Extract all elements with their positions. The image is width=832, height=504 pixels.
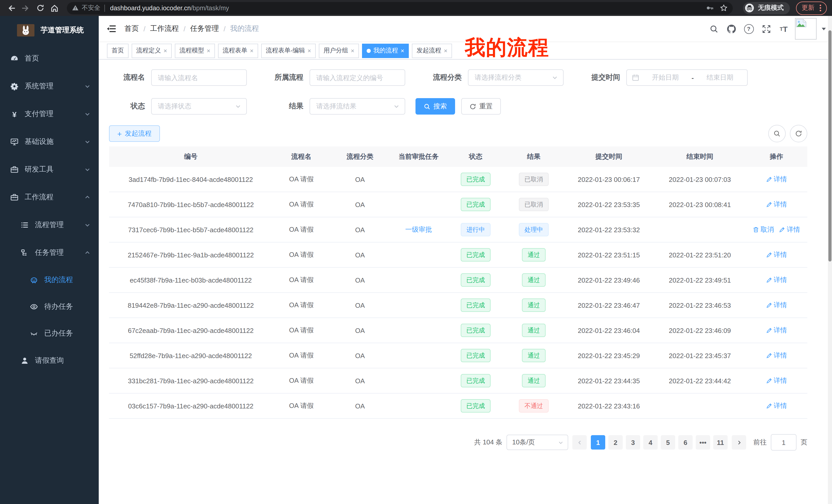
- page-number-button[interactable]: 3: [626, 435, 640, 450]
- sidebar-item-home[interactable]: 首页: [0, 45, 99, 73]
- close-icon[interactable]: ×: [351, 47, 354, 54]
- process-category-select[interactable]: 请选择流程分类: [468, 69, 564, 86]
- security-warning-icon: [72, 5, 79, 11]
- end-date-placeholder[interactable]: 结束日期: [698, 73, 742, 82]
- sidebar-item-system[interactable]: 系统管理: [0, 73, 99, 100]
- security-label[interactable]: 不安全: [82, 4, 100, 12]
- cancel-link[interactable]: 取消: [753, 225, 774, 234]
- search-button[interactable]: 搜索: [415, 98, 455, 115]
- tab-home[interactable]: 首页: [107, 44, 129, 58]
- detail-link[interactable]: 详情: [766, 301, 787, 310]
- table-row: 7470a810-7b9b-11ec-b5b7-acde48001122 OA …: [109, 192, 807, 217]
- list-icon: [21, 221, 29, 229]
- browser-update-button[interactable]: 更新: [796, 1, 827, 15]
- font-size-icon[interactable]: TT: [778, 23, 790, 35]
- github-icon[interactable]: [725, 23, 737, 35]
- process-definition-input[interactable]: [310, 70, 405, 85]
- scrollbar-thumb[interactable]: [828, 30, 831, 261]
- forward-icon[interactable]: [20, 2, 32, 14]
- close-icon[interactable]: ×: [207, 47, 210, 54]
- current-task-link[interactable]: 一级审批: [405, 225, 432, 234]
- table-header: 编号 流程名 流程分类 当前审批任务 状态 结果 提交时间 结束时间 操作: [109, 146, 807, 167]
- breadcrumb-task-management[interactable]: 任务管理: [190, 24, 219, 33]
- detail-link[interactable]: 详情: [766, 250, 787, 259]
- close-icon[interactable]: ×: [308, 47, 311, 54]
- filter-row-2: 状态 请选择状态 结果 请选择流结果: [109, 98, 807, 115]
- avatar[interactable]: [795, 18, 816, 39]
- start-process-button[interactable]: + 发起流程: [109, 125, 160, 142]
- sidebar-item-done-tasks[interactable]: 已办任务: [0, 320, 99, 347]
- refresh-button[interactable]: [790, 125, 807, 142]
- sidebar-item-payment[interactable]: ¥ 支付管理: [0, 100, 99, 128]
- next-page-button[interactable]: [732, 435, 746, 450]
- detail-link[interactable]: 详情: [766, 326, 787, 335]
- tab-process-form-edit[interactable]: 流程表单-编辑×: [261, 44, 316, 58]
- eye-closed-icon: [30, 329, 38, 338]
- sidebar-item-process-management[interactable]: 流程管理: [0, 211, 99, 239]
- bookmark-star-icon[interactable]: [720, 4, 728, 12]
- sidebar-item-todo-tasks[interactable]: 待办任务: [0, 293, 99, 320]
- goto-suffix: 页: [801, 438, 807, 447]
- status-select[interactable]: 请选择状态: [151, 98, 247, 115]
- goto-page-input[interactable]: [771, 434, 797, 451]
- browser-menu-icon[interactable]: [820, 5, 821, 11]
- fullscreen-icon[interactable]: [760, 23, 772, 35]
- search-icon[interactable]: [707, 23, 720, 35]
- breadcrumb-workflow[interactable]: 工作流程: [150, 24, 179, 33]
- scrollbar[interactable]: [828, 16, 832, 504]
- tab-process-model[interactable]: 流程模型×: [175, 44, 215, 58]
- detail-link[interactable]: 详情: [766, 275, 787, 285]
- sidebar-item-my-process[interactable]: 我的流程: [0, 267, 99, 293]
- page-number-button[interactable]: 6: [678, 435, 693, 450]
- result-select[interactable]: 请选择流结果: [310, 98, 405, 115]
- tab-process-form[interactable]: 流程表单×: [218, 44, 258, 58]
- table-row: 52ffd28e-7b9a-11ec-a290-acde48001122 OA …: [109, 343, 807, 368]
- close-icon[interactable]: ×: [400, 47, 404, 54]
- submit-time-range-picker[interactable]: 开始日期 - 结束日期: [626, 69, 748, 86]
- avatar-caret-icon[interactable]: [822, 27, 826, 32]
- sidebar-item-leave-query[interactable]: 请假查询: [0, 347, 99, 374]
- page-number-button[interactable]: •••: [696, 435, 710, 450]
- close-icon[interactable]: ×: [163, 47, 167, 54]
- page-number-button[interactable]: 1: [591, 435, 605, 450]
- reload-icon[interactable]: [34, 2, 46, 14]
- key-icon[interactable]: [706, 4, 714, 12]
- sidebar-item-dev-tools[interactable]: 研发工具: [0, 156, 99, 184]
- sidebar-item-task-management[interactable]: 任务管理: [0, 239, 99, 267]
- detail-link[interactable]: 详情: [766, 401, 787, 411]
- breadcrumb-home[interactable]: 首页: [125, 24, 139, 33]
- tab-start-process[interactable]: 发起流程×: [412, 44, 452, 58]
- page-size-select[interactable]: 10条/页: [506, 435, 568, 450]
- start-date-placeholder[interactable]: 开始日期: [643, 73, 687, 82]
- sidebar-item-infrastructure[interactable]: 基础设施: [0, 128, 99, 156]
- cell-id: ec45f38f-7b9a-11ec-b03b-acde48001122: [109, 276, 272, 284]
- main-area: 首页 / 工作流程 / 任务管理 / 我的流程 我的流程 ? TT: [99, 16, 832, 504]
- result-badge: 处理中: [519, 223, 549, 236]
- breadcrumb: 首页 / 工作流程 / 任务管理 / 我的流程: [125, 24, 259, 33]
- sidebar-collapse-icon[interactable]: [107, 25, 116, 33]
- close-icon[interactable]: ×: [250, 47, 254, 54]
- tab-user-group[interactable]: 用户分组×: [319, 44, 359, 58]
- back-icon[interactable]: [5, 2, 18, 14]
- cell-id: 03c6c157-7b9a-11ec-a290-acde48001122: [109, 402, 272, 410]
- home-icon[interactable]: [48, 2, 61, 14]
- tab-process-definition[interactable]: 流程定义×: [132, 44, 172, 58]
- detail-link[interactable]: 详情: [766, 175, 787, 184]
- process-name-input[interactable]: [152, 70, 246, 85]
- search-toggle-button[interactable]: [768, 125, 786, 142]
- detail-link[interactable]: 详情: [766, 200, 787, 209]
- close-icon[interactable]: ×: [444, 47, 447, 54]
- sidebar-item-workflow[interactable]: 工作流程: [0, 184, 99, 211]
- tab-my-process[interactable]: 我的流程×: [362, 44, 409, 58]
- help-icon[interactable]: ?: [743, 23, 755, 35]
- page-number-button[interactable]: 5: [661, 435, 675, 450]
- detail-link[interactable]: 详情: [779, 225, 800, 234]
- prev-page-button[interactable]: [572, 435, 587, 450]
- detail-link[interactable]: 详情: [766, 376, 787, 385]
- reset-button[interactable]: 重置: [461, 98, 501, 115]
- page-number-button[interactable]: 4: [643, 435, 658, 450]
- address-bar[interactable]: 不安全 dashboard.yudao.iocoder.cn/bpm/task/…: [67, 2, 733, 14]
- page-number-button[interactable]: 2: [608, 435, 623, 450]
- detail-link[interactable]: 详情: [766, 351, 787, 360]
- page-number-button[interactable]: 11: [713, 435, 728, 450]
